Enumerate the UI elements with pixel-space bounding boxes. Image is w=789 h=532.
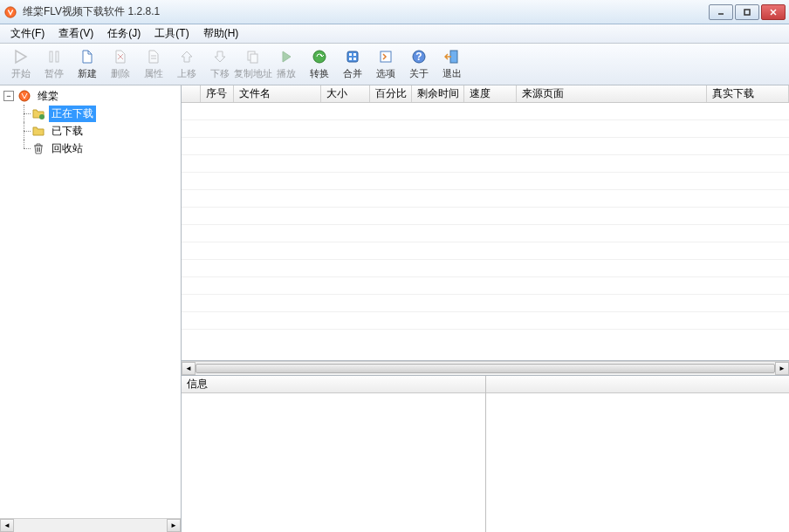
table-row	[182, 295, 789, 312]
table-body	[182, 103, 789, 330]
collapse-icon[interactable]: −	[3, 91, 14, 101]
convert-icon	[311, 48, 328, 65]
menubar: 文件(F) 查看(V) 任务(J) 工具(T) 帮助(H)	[0, 24, 789, 44]
menu-tools[interactable]: 工具(T)	[148, 24, 196, 44]
toolbar: 开始 暂停 新建 删除 属性 上移 下移 复制地址 播放 转换 合并	[0, 44, 789, 85]
scroll-left-icon[interactable]: ◄	[182, 362, 196, 375]
table-row	[182, 103, 789, 120]
scroll-right-icon[interactable]: ►	[167, 519, 181, 532]
help-icon: ?	[410, 48, 428, 65]
info-body	[182, 393, 485, 532]
merge-icon	[344, 48, 361, 65]
svg-rect-17	[349, 58, 352, 60]
table-row	[182, 173, 789, 190]
close-button[interactable]	[761, 4, 786, 20]
col-icon[interactable]	[182, 85, 201, 102]
arrow-up-icon	[178, 48, 196, 65]
info-right-pane	[486, 376, 790, 532]
col-speed[interactable]: 速度	[464, 85, 517, 102]
tree-downloaded[interactable]: 已下载	[2, 122, 179, 140]
col-filename[interactable]: 文件名	[234, 85, 321, 102]
toolbar-play[interactable]: 播放	[271, 46, 302, 83]
folder-icon	[31, 124, 45, 138]
tree-root[interactable]: − 维棠	[2, 87, 179, 105]
col-remaining[interactable]: 剩余时间	[412, 85, 464, 102]
play-arrow-icon	[12, 48, 30, 65]
download-table[interactable]: 序号 文件名 大小 百分比 剩余时间 速度 来源页面 真实下载	[182, 85, 789, 361]
svg-point-0	[5, 6, 16, 17]
toolbar-properties[interactable]: 属性	[138, 46, 169, 83]
trash-icon	[31, 141, 45, 155]
scrollbar-thumb[interactable]	[196, 364, 775, 373]
copy-icon	[244, 48, 262, 65]
tree-horizontal-scrollbar[interactable]: ◄ ►	[0, 518, 181, 532]
toolbar-start[interactable]: 开始	[5, 46, 37, 83]
properties-icon	[145, 48, 162, 65]
main-panel: 序号 文件名 大小 百分比 剩余时间 速度 来源页面 真实下载	[182, 85, 789, 532]
table-row	[182, 190, 789, 208]
minimize-button[interactable]	[709, 4, 733, 20]
options-icon	[377, 48, 394, 65]
table-row	[182, 225, 789, 242]
maximize-button[interactable]	[735, 4, 759, 20]
menu-task[interactable]: 任务(J)	[100, 24, 148, 44]
col-source[interactable]: 来源页面	[517, 85, 707, 102]
svg-rect-2	[744, 10, 750, 15]
toolbar-movedown[interactable]: 下移	[204, 46, 236, 83]
svg-rect-6	[56, 51, 58, 62]
tree-view[interactable]: − 维棠 正在下载 已下载 回收站	[0, 85, 181, 518]
col-index[interactable]: 序号	[201, 85, 234, 102]
toolbar-copyaddr[interactable]: 复制地址	[237, 46, 269, 83]
col-percent[interactable]: 百分比	[370, 85, 412, 102]
svg-text:?: ?	[415, 51, 422, 63]
toolbar-convert[interactable]: 转换	[304, 46, 335, 83]
tree-downloading[interactable]: 正在下载	[2, 105, 179, 122]
toolbar-exit[interactable]: 退出	[436, 46, 468, 83]
new-file-icon	[79, 48, 96, 65]
exit-icon	[443, 48, 461, 65]
table-horizontal-scrollbar[interactable]: ◄ ►	[182, 361, 789, 375]
arrow-down-icon	[211, 48, 229, 65]
col-size[interactable]: 大小	[321, 85, 370, 102]
toolbar-pause[interactable]: 暂停	[38, 46, 70, 83]
table-row	[182, 120, 789, 138]
info-header[interactable]: 信息	[182, 376, 485, 393]
menu-view[interactable]: 查看(V)	[51, 24, 100, 44]
toolbar-options[interactable]: 选项	[370, 46, 401, 83]
scroll-right-icon[interactable]: ►	[775, 362, 789, 375]
pause-icon	[45, 48, 63, 65]
menu-help[interactable]: 帮助(H)	[196, 24, 246, 44]
table-row	[182, 312, 789, 330]
toolbar-moveup[interactable]: 上移	[171, 46, 202, 83]
svg-point-13	[313, 51, 326, 63]
folder-download-icon	[31, 106, 45, 120]
toolbar-delete[interactable]: 删除	[105, 46, 136, 83]
tree-panel: − 维棠 正在下载 已下载 回收站	[0, 85, 182, 532]
svg-rect-15	[349, 53, 352, 56]
table-row	[182, 138, 789, 155]
svg-rect-12	[250, 54, 257, 63]
svg-rect-18	[353, 58, 356, 60]
svg-rect-5	[50, 51, 52, 62]
svg-point-23	[19, 91, 30, 101]
window-controls	[709, 4, 786, 20]
table-row	[182, 155, 789, 173]
info-right-header[interactable]	[486, 376, 790, 393]
delete-icon	[112, 48, 129, 65]
app-tree-icon	[17, 89, 31, 103]
table-row	[182, 208, 789, 225]
app-icon	[3, 5, 17, 19]
table-row	[182, 277, 789, 295]
menu-file[interactable]: 文件(F)	[3, 24, 51, 44]
toolbar-new[interactable]: 新建	[72, 46, 103, 83]
svg-rect-14	[347, 51, 358, 62]
table-row	[182, 242, 789, 260]
tree-trash[interactable]: 回收站	[2, 140, 179, 157]
toolbar-merge[interactable]: 合并	[337, 46, 368, 83]
scroll-left-icon[interactable]: ◄	[0, 519, 14, 532]
col-realurl[interactable]: 真实下载	[707, 85, 789, 102]
svg-rect-22	[450, 51, 457, 63]
svg-point-24	[39, 114, 45, 119]
info-right-body	[486, 393, 790, 532]
toolbar-about[interactable]: ? 关于	[403, 46, 435, 83]
